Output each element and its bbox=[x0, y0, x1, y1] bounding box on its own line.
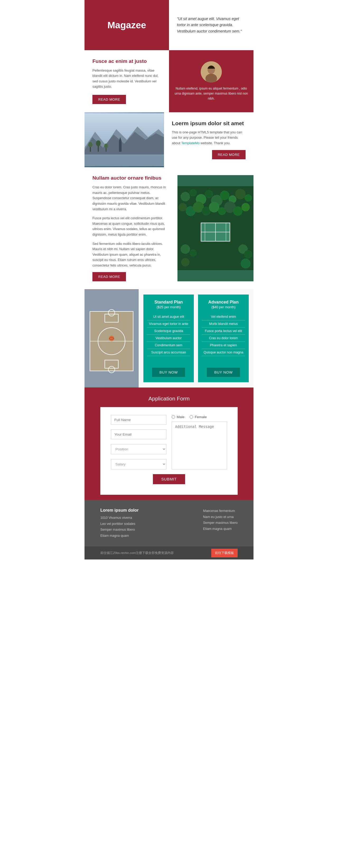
message-textarea[interactable] bbox=[172, 422, 227, 469]
section3-body: This is one-page HTML5 template that you… bbox=[172, 130, 246, 146]
male-radio[interactable] bbox=[172, 415, 175, 419]
section-article: Nullam auctor ornare finibus Cras eu dol… bbox=[85, 167, 253, 289]
list-item: Condimentum sem bbox=[147, 342, 190, 349]
svg-point-12 bbox=[88, 142, 92, 147]
female-label-text: Female bbox=[195, 415, 207, 419]
list-item: Fusce porta lectus vel elit bbox=[202, 328, 245, 335]
form-container: Position Designer Developer Manager Sala… bbox=[100, 407, 238, 495]
standard-plan-name: Standard Plan bbox=[154, 300, 183, 305]
section4-para2: Fusce porta lectus vel elit condimentum … bbox=[92, 216, 170, 237]
section2-text: Fusce ac enim at justo Pellentesque sagi… bbox=[85, 50, 169, 112]
advanced-plan-features: Vel eleifend enim Morbi blandit metus Fu… bbox=[202, 313, 245, 356]
svg-point-34 bbox=[233, 207, 243, 216]
section3-heading: Loerm ipsum dolor sit amet bbox=[172, 120, 246, 127]
aerial-image bbox=[178, 175, 253, 281]
svg-point-26 bbox=[245, 194, 252, 202]
landscape-image bbox=[85, 112, 164, 167]
site-title: Magazee bbox=[107, 20, 146, 30]
form-row-1: Position Designer Developer Manager Sala… bbox=[111, 415, 227, 469]
submit-row: SUBMIT bbox=[111, 474, 227, 484]
avatar bbox=[201, 61, 222, 83]
position-select[interactable]: Position Designer Developer Manager bbox=[111, 444, 166, 454]
form-left-col: Position Designer Developer Manager Sala… bbox=[111, 415, 166, 469]
download-bar: 前往镇江Z0bs.renhin.com注册下载全部免费资源内容 前往下载模板 bbox=[85, 547, 253, 559]
svg-point-35 bbox=[241, 203, 250, 212]
section2-read-more[interactable]: READ MORE bbox=[92, 95, 126, 104]
gender-radio-group: Male Female bbox=[172, 415, 227, 419]
list-item: Cras eu dolor lorem bbox=[202, 335, 245, 342]
list-item: Vivamus eget tortor in ante bbox=[147, 320, 190, 328]
advanced-plan-name: Advanced Plan bbox=[208, 300, 239, 305]
footer-line-2: Leo vel porttitor sodales bbox=[100, 521, 139, 527]
section-card: Fusce ac enim at justo Pellentesque sagi… bbox=[85, 50, 253, 112]
footer-right-line-3: Semper maximus libero bbox=[203, 520, 238, 526]
section4-heading: Nullam auctor ornare finibus bbox=[92, 175, 170, 181]
section4-text: Nullam auctor ornare finibus Cras eu dol… bbox=[85, 175, 178, 281]
svg-point-42 bbox=[181, 245, 190, 254]
list-item: Pharetra et sapien bbox=[202, 342, 245, 349]
svg-point-18 bbox=[181, 192, 190, 202]
form-right-col: Male Female bbox=[172, 415, 227, 469]
svg-point-46 bbox=[181, 258, 190, 267]
svg-point-45 bbox=[244, 250, 252, 258]
section3-text: Loerm ipsum dolor sit amet This is one-p… bbox=[164, 112, 253, 167]
standard-plan-price: ($25 per month) bbox=[157, 305, 181, 309]
footer-right-line-1: Maecenas fermentum bbox=[203, 508, 238, 514]
footer-right-line-2: Nam eu justo et urna bbox=[203, 514, 238, 520]
hero-title-block: Magazee bbox=[85, 0, 169, 50]
advanced-buy-button[interactable]: BUY NOW bbox=[207, 368, 240, 377]
male-label-text: Male bbox=[177, 415, 184, 419]
download-button[interactable]: 前往下载模板 bbox=[211, 549, 238, 557]
footer-title: Lorem ipsum dolor bbox=[100, 508, 139, 513]
svg-point-43 bbox=[190, 249, 197, 257]
standard-plan-features: Ut sit amet augue elit Vivamus eget tort… bbox=[147, 313, 190, 356]
svg-point-14 bbox=[96, 140, 101, 146]
section3-read-more[interactable]: READ MORE bbox=[212, 150, 246, 159]
full-name-field[interactable] bbox=[111, 415, 166, 425]
list-item: Suscipit arcu accumsan bbox=[147, 349, 190, 356]
application-form-section: Application Form Position Designer Devel… bbox=[85, 388, 253, 500]
watermark-text: 前往镇江Z0bs.renhin.com注册下载全部免费资源内容 bbox=[100, 551, 174, 555]
section4-para3: Sed fermentum odio mollis libero iaculis… bbox=[92, 241, 170, 268]
svg-point-23 bbox=[220, 191, 229, 200]
svg-point-27 bbox=[179, 203, 187, 212]
footer-right: Maecenas fermentum Nam eu justo et urna … bbox=[203, 508, 238, 538]
plan-cards: Standard Plan ($25 per month) Ut sit ame… bbox=[139, 289, 253, 388]
svg-point-31 bbox=[209, 202, 219, 213]
male-radio-label[interactable]: Male bbox=[172, 415, 184, 419]
svg-point-19 bbox=[190, 189, 197, 196]
footer-line-3: Semper maximus libero bbox=[100, 527, 139, 532]
footer-left: Lorem ipsum dolor 1010 Vivamus viverra L… bbox=[100, 508, 139, 538]
female-radio[interactable] bbox=[190, 415, 193, 419]
hero-quote: "Ut sit amet augue elit. Vivamus eget to… bbox=[177, 16, 246, 34]
section4-read-more[interactable]: READ MORE bbox=[92, 272, 126, 281]
svg-point-25 bbox=[235, 189, 246, 199]
section2-heading: Fusce ac enim at justo bbox=[92, 58, 161, 64]
list-item: Vel eleifend enim bbox=[202, 313, 245, 320]
section-landscape: Loerm ipsum dolor sit amet This is one-p… bbox=[85, 112, 253, 167]
list-item: Vestibulum auctor bbox=[147, 335, 190, 342]
testimonial-text: Nullam eleifend, ipsum eu aliquet fermen… bbox=[174, 86, 248, 101]
court-image bbox=[85, 289, 139, 388]
svg-point-57 bbox=[109, 336, 114, 341]
hero-section: Magazee "Ut sit amet augue elit. Vivamus… bbox=[85, 0, 253, 50]
hero-quote-block: "Ut sit amet augue elit. Vivamus eget to… bbox=[169, 0, 253, 50]
salary-select[interactable]: Salary $1000-$2000 $2000-$3000 $3000+ bbox=[111, 459, 166, 469]
standard-buy-button[interactable]: BUY NOW bbox=[152, 368, 185, 377]
list-item: Morbi blandit metus bbox=[202, 320, 245, 328]
standard-plan-card: Standard Plan ($25 per month) Ut sit ame… bbox=[143, 294, 194, 382]
list-item: Ut sit amet augue elit bbox=[147, 313, 190, 320]
svg-rect-9 bbox=[119, 141, 121, 152]
svg-point-47 bbox=[241, 258, 251, 269]
templatemo-link[interactable]: TemplateMo bbox=[181, 141, 199, 145]
advanced-plan-price: ($40 per month) bbox=[212, 305, 236, 309]
footer: Lorem ipsum dolor 1010 Vivamus viverra L… bbox=[85, 500, 253, 547]
section4-para1: Cras eu dolor lorem. Cras justo mauris, … bbox=[92, 185, 170, 212]
svg-point-21 bbox=[205, 190, 213, 198]
submit-button[interactable]: SUBMIT bbox=[153, 474, 185, 484]
email-field[interactable] bbox=[111, 430, 166, 439]
female-radio-label[interactable]: Female bbox=[190, 415, 207, 419]
advanced-plan-card: Advanced Plan ($40 per month) Vel eleife… bbox=[198, 294, 249, 382]
section2-body: Pellentesque sagittis feugiat massa, vit… bbox=[92, 68, 161, 90]
footer-line-1: 1010 Vivamus viverra bbox=[100, 515, 139, 521]
